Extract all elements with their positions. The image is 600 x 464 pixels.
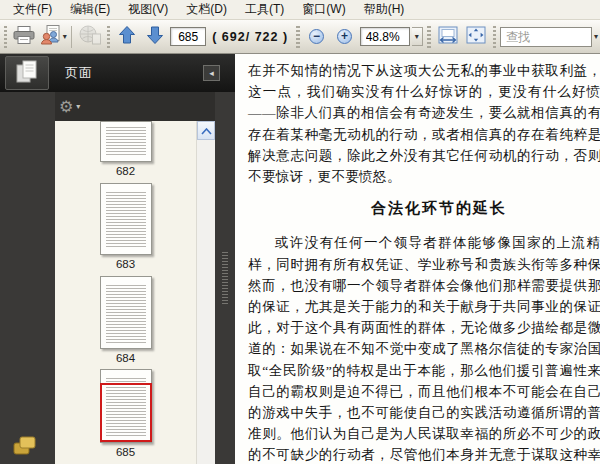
fit-width-icon <box>438 26 458 47</box>
page-thumbnail[interactable] <box>100 369 152 443</box>
thumbnail-content <box>106 127 146 156</box>
menu-tools[interactable]: 工具(T) <box>236 0 293 20</box>
thumbnail-page-684[interactable]: 684 <box>100 276 152 364</box>
toolbar-separator <box>71 26 72 48</box>
menu-window[interactable]: 窗口(W) <box>293 0 354 20</box>
fit-page-icon <box>466 26 486 47</box>
document-paragraph: 或许没有任何一个领导者群体能够像国家的上流精英那样，同时拥有所有权凭证、学业称号… <box>248 232 600 464</box>
document-page[interactable]: 在并不知情的情况下从这项大公无私的事业中获取利益，关于这一点，我们确实没有什么好… <box>235 54 600 464</box>
zoom-out-icon: − <box>309 29 324 44</box>
thumbnail-list: 682 683 <box>55 121 196 464</box>
chevron-up-icon <box>201 124 212 138</box>
search-input[interactable] <box>500 27 592 47</box>
toolbar: ▾ <box>0 20 600 54</box>
section-heading: 合法化环节的延长 <box>248 198 600 219</box>
document-text: 在并不知情的情况下从这项大公无私的事业中获取利益，关于这一点，我们确实没有什么好… <box>248 60 600 464</box>
thumbnail-page-682[interactable]: 682 <box>100 121 152 177</box>
toolbar-grip[interactable] <box>4 26 7 48</box>
toolbar-grip[interactable] <box>493 26 496 48</box>
zoom-in-button[interactable]: + <box>332 24 358 50</box>
collaborate-icon <box>39 25 61 48</box>
chevron-down-icon: ▾ <box>415 33 419 41</box>
thumbnail-page-685-current[interactable]: 685 <box>100 369 152 458</box>
thumbnail-page-683[interactable]: 683 <box>100 183 152 270</box>
menu-help[interactable]: 帮助(H) <box>355 0 414 20</box>
navigation-panel: 页面 ◂ ⚙ ▾ <box>0 54 235 464</box>
page-number-input[interactable] <box>170 27 206 46</box>
menu-view[interactable]: 视图(V) <box>119 0 177 20</box>
gear-icon[interactable]: ⚙ <box>59 99 73 115</box>
thumbnail-content <box>106 192 146 249</box>
chevron-down-icon: ▾ <box>63 33 67 41</box>
thumbnail-scrollbar[interactable] <box>196 121 215 464</box>
chevron-down-icon[interactable]: ▾ <box>76 102 80 111</box>
page-thumbnail[interactable] <box>100 121 152 162</box>
page-thumbnail[interactable] <box>100 183 152 255</box>
panel-title: 页面 <box>65 64 93 82</box>
toolbar-grip[interactable] <box>107 26 110 48</box>
pages-panel-header: 页面 ◂ <box>0 54 235 92</box>
thumbnail-content <box>106 285 146 343</box>
content-area: 页面 ◂ ⚙ ▾ <box>0 54 600 464</box>
page-count-label: ( 692/ 722 ) <box>212 30 288 44</box>
zoom-out-button[interactable]: − <box>304 24 330 50</box>
splitter-handle-icon <box>222 252 228 304</box>
scroll-up-button[interactable] <box>197 121 215 140</box>
previous-page-button[interactable] <box>114 24 140 50</box>
menu-document[interactable]: 文档(D) <box>177 0 236 20</box>
arrow-down-icon <box>145 25 165 48</box>
menu-bar: 文件(F) 编辑(E) 视图(V) 文档(D) 工具(T) 窗口(W) 帮助(H… <box>0 0 600 20</box>
fit-page-button[interactable] <box>463 24 489 50</box>
document-paragraph: 在并不知情的情况下从这项大公无私的事业中获取利益，关于这一点，我们确实没有什么好… <box>248 60 600 187</box>
zoom-dropdown-button[interactable]: ▾ <box>412 27 423 46</box>
panel-options-row: ⚙ ▾ <box>55 92 215 121</box>
panel-resize-splitter[interactable] <box>215 92 235 464</box>
globe-document-icon <box>79 25 101 48</box>
panel-tab-strip <box>0 92 55 464</box>
search-dropdown-icon[interactable]: ▾ <box>594 33 598 41</box>
comments-icon[interactable] <box>13 436 37 458</box>
zoom-in-icon: + <box>337 29 352 44</box>
collaborate-button[interactable]: ▾ <box>39 24 65 50</box>
thumbnail-scroll-region: 682 683 <box>55 121 215 464</box>
current-view-indicator[interactable] <box>100 383 152 442</box>
menu-edit[interactable]: 编辑(E) <box>61 0 119 20</box>
next-page-button[interactable] <box>142 24 168 50</box>
fit-width-button[interactable] <box>435 24 461 50</box>
toolbar-grip[interactable] <box>427 26 430 48</box>
pages-icon <box>15 59 39 88</box>
upload-web-button <box>77 24 103 50</box>
print-button[interactable] <box>11 24 37 50</box>
thumbnail-label: 685 <box>100 446 152 458</box>
menu-file[interactable]: 文件(F) <box>4 0 61 20</box>
panel-body: ⚙ ▾ 682 <box>0 92 235 464</box>
arrow-up-icon <box>117 25 137 48</box>
toolbar-grip[interactable] <box>296 26 299 48</box>
zoom-level-input[interactable] <box>360 27 410 46</box>
pdf-reader-window: 文件(F) 编辑(E) 视图(V) 文档(D) 工具(T) 窗口(W) 帮助(H… <box>0 0 600 464</box>
thumbnail-label: 683 <box>100 258 152 270</box>
pages-tab-button[interactable] <box>5 56 49 90</box>
thumbnail-label: 684 <box>100 352 152 364</box>
collapse-panel-button[interactable]: ◂ <box>203 65 220 81</box>
page-thumbnail[interactable] <box>100 276 152 349</box>
printer-icon <box>13 26 35 47</box>
thumbnail-label: 682 <box>100 165 152 177</box>
thumbnails-area: ⚙ ▾ 682 <box>55 92 215 464</box>
